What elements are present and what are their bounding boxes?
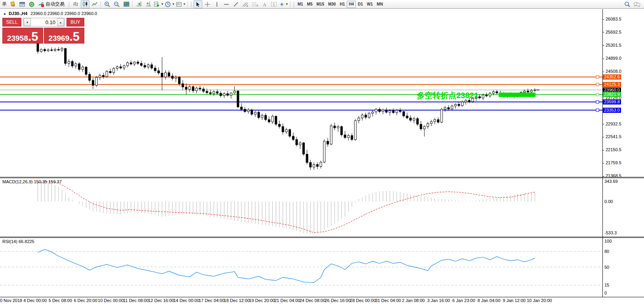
level-line-handle[interactable]: [596, 101, 599, 103]
level-line-handle[interactable]: [596, 76, 599, 78]
candle-body: [203, 89, 205, 91]
tf-button-h1[interactable]: H1: [338, 1, 347, 8]
candle-body: [389, 110, 391, 112]
crosshair-tool-icon[interactable]: [203, 0, 212, 8]
candle-body: [272, 116, 274, 122]
macd-rsi-separator[interactable]: [0, 237, 644, 238]
level-line-handle[interactable]: [596, 83, 599, 86]
tf-button-w1[interactable]: W1: [365, 1, 375, 8]
chart-window-icon[interactable]: [18, 0, 27, 8]
zoom-out-icon[interactable]: [112, 0, 121, 8]
chat-icon[interactable]: [633, 0, 641, 8]
volume-input[interactable]: 0.10: [31, 18, 57, 26]
line-chart-mode-icon[interactable]: [90, 0, 99, 8]
chart-shift-icon[interactable]: [144, 0, 153, 8]
tf-button-h4[interactable]: H4: [347, 1, 356, 8]
terminal-window: 单 自动交易: [0, 0, 644, 304]
candle-body: [106, 71, 108, 76]
sell-button[interactable]: SELL: [2, 18, 21, 27]
search-icon[interactable]: [623, 0, 632, 8]
level-line-handle[interactable]: [596, 109, 599, 112]
autotrading-button[interactable]: 自动交易: [37, 0, 67, 8]
tf-button-m30[interactable]: M30: [326, 1, 338, 8]
tf-button-m5[interactable]: M5: [305, 1, 315, 8]
price-level-label[interactable]: 24352.6: [603, 74, 621, 80]
channel-glyph: E: [242, 2, 249, 7]
candlestick-mode-icon[interactable]: [81, 0, 89, 8]
candle-body: [40, 49, 42, 51]
chart-canvas[interactable]: [0, 0, 602, 297]
new-order-icon[interactable]: [8, 0, 17, 8]
price-level-label[interactable]: 24125.3: [603, 82, 621, 87]
candle-body: [68, 61, 70, 63]
tf-button-m1[interactable]: M1: [296, 1, 305, 8]
candle-body: [448, 108, 450, 109]
time-axis-label: 5 Dec 08:00: [49, 298, 72, 303]
market-watch-glyph: [28, 1, 35, 8]
channel-tool-icon[interactable]: E: [241, 0, 250, 8]
toolbar-grip: [191, 1, 192, 7]
chart-shift-glyph: [146, 1, 152, 7]
sell-price-box[interactable]: 23958 .5: [2, 28, 43, 44]
trendline-tool-icon[interactable]: [232, 0, 240, 8]
volume-up-button[interactable]: ▲: [57, 18, 64, 26]
toolbar-left-label: 单: [2, 1, 7, 8]
vertical-line-tool-icon[interactable]: [213, 0, 221, 8]
buy-button[interactable]: BUY: [66, 18, 84, 27]
candle-body: [299, 143, 301, 145]
cursor-tool-icon[interactable]: [194, 0, 202, 8]
templates-button[interactable]: ▼: [176, 0, 186, 8]
buy-price-box[interactable]: 23969 .5: [44, 28, 85, 44]
chat-glyph: [633, 1, 640, 8]
time-axis-label: 2 Jan 08:00: [402, 298, 425, 303]
rsi-axis-label: 15: [604, 283, 609, 287]
candlestick-glyph: [82, 1, 88, 7]
bar-chart-glyph: [73, 1, 79, 7]
tf-button-mn[interactable]: MN: [375, 1, 385, 8]
price-level-label[interactable]: 23353.0: [603, 108, 621, 113]
horizontal-line-tool-icon[interactable]: [222, 0, 231, 8]
periods-button[interactable]: ▼: [165, 0, 175, 8]
candle-body: [54, 49, 56, 51]
price-level-label[interactable]: 23599.8: [603, 99, 621, 104]
candle-body: [175, 77, 177, 78]
candle-body: [382, 110, 384, 112]
one-click-trading-panel: SELL ▼ 0.10 ▲ BUY 23958 .5 23969 .5: [2, 18, 84, 44]
volume-down-button[interactable]: ▼: [24, 18, 31, 26]
price-tick-label: 26083.5: [606, 17, 621, 21]
sell-price-fraction: .5: [28, 32, 38, 42]
time-axis-label: 28 Dec 00:00: [350, 298, 376, 303]
indicators-button[interactable]: ▼: [154, 0, 164, 8]
candle-body: [168, 73, 170, 76]
chart-ohlc-values: 23960.0 23960.0 23960.0 23960.0: [30, 11, 97, 16]
collapse-panel-arrow[interactable]: ▲: [3, 12, 6, 15]
svg-text:T: T: [273, 2, 275, 6]
zoom-in-icon[interactable]: [103, 0, 112, 8]
chart-annotation-text[interactable]: 多空转折点23821: [417, 90, 479, 101]
crosshair-glyph: [205, 2, 210, 7]
bar-chart-mode-icon[interactable]: [71, 0, 80, 8]
tf-button-m15[interactable]: M15: [315, 1, 326, 8]
annotation-rectangle[interactable]: [499, 93, 536, 97]
level-line-handle[interactable]: [596, 93, 599, 96]
macd-axis-label: 0.00: [604, 199, 613, 204]
arrows-tool-button[interactable]: ▼: [279, 0, 289, 8]
macd-axis-label: -533.3: [604, 230, 617, 235]
market-watch-icon[interactable]: [27, 0, 36, 8]
fibonacci-tool-icon[interactable]: F: [251, 0, 259, 8]
price-level-label[interactable]: 23821.9: [603, 92, 621, 97]
text-tool-icon[interactable]: A: [260, 0, 269, 8]
auto-scroll-icon[interactable]: [135, 0, 143, 8]
candle-body: [230, 93, 232, 95]
main-macd-separator[interactable]: [0, 177, 644, 178]
fibonacci-glyph: F: [252, 2, 258, 7]
text-label-tool-icon[interactable]: T: [270, 0, 278, 8]
price-tick-mark: [602, 19, 604, 20]
tf-button-d1[interactable]: D1: [356, 1, 365, 8]
candle-body: [378, 109, 380, 112]
candle-body: [95, 77, 97, 85]
price-tick-label: 22541.5: [606, 134, 621, 139]
price-tick-mark: [602, 98, 604, 98]
dropdown-caret: ▼: [285, 2, 289, 6]
tile-windows-icon[interactable]: [122, 0, 131, 8]
